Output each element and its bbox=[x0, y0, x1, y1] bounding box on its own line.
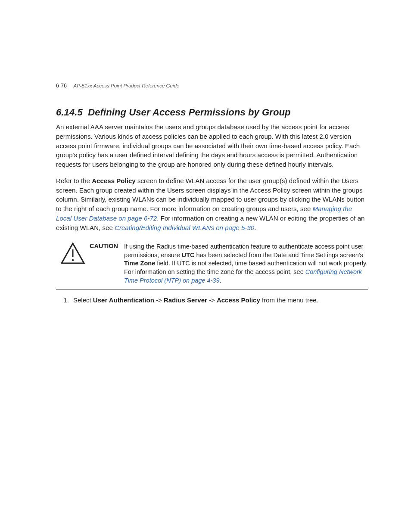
paragraph-1: An external AAA server maintains the use… bbox=[56, 122, 368, 169]
utc-label: UTC bbox=[182, 252, 195, 258]
section-number: 6.14.5 bbox=[56, 107, 83, 118]
caution-block: CAUTION If using the Radius time-based a… bbox=[56, 239, 368, 289]
section-title-text: Defining User Access Permissions by Grou… bbox=[88, 107, 290, 118]
caution-mid1: has been selected from the Date and Time… bbox=[195, 252, 363, 258]
step1-post: from the menu tree. bbox=[260, 296, 318, 304]
section-heading: 6.14.5 Defining User Access Permissions … bbox=[56, 107, 368, 118]
step1-pre: Select bbox=[73, 296, 93, 304]
caution-triangle-icon bbox=[61, 243, 85, 264]
step-1: Select User Authentication -> Radius Ser… bbox=[71, 296, 368, 305]
guide-title: AP-51xx Access Point Product Reference G… bbox=[74, 83, 180, 88]
time-zone-label: Time Zone bbox=[124, 260, 155, 267]
caution-label: CAUTION bbox=[90, 243, 124, 285]
access-policy-label: Access Policy bbox=[92, 177, 136, 184]
caution-post: . bbox=[220, 277, 221, 284]
running-header: 6-76 AP-51xx Access Point Product Refere… bbox=[56, 83, 179, 89]
page-number: 6-76 bbox=[56, 83, 67, 89]
caution-icon-cell bbox=[56, 243, 90, 285]
para2-pre: Refer to the bbox=[56, 177, 92, 184]
para2-post: . bbox=[254, 224, 256, 231]
arrow-2: -> bbox=[207, 296, 217, 304]
menu-radius-server: Radius Server bbox=[164, 296, 207, 304]
svg-point-2 bbox=[72, 259, 74, 261]
steps-list: Select User Authentication -> Radius Ser… bbox=[71, 296, 368, 305]
menu-access-policy: Access Policy bbox=[217, 296, 260, 304]
paragraph-2: Refer to the Access Policy screen to def… bbox=[56, 176, 368, 233]
link-creating-editing-wlans[interactable]: Creating/Editing Individual WLANs on pag… bbox=[115, 224, 254, 231]
page-content: 6.14.5 Defining User Access Permissions … bbox=[56, 107, 368, 305]
arrow-1: -> bbox=[154, 296, 164, 304]
menu-user-authentication: User Authentication bbox=[93, 296, 154, 304]
caution-body: If using the Radius time-based authentic… bbox=[124, 243, 368, 285]
